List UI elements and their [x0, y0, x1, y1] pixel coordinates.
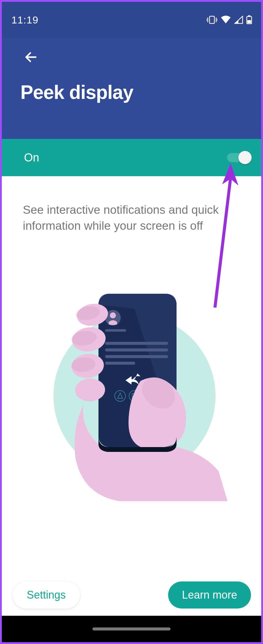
nav-home-pill[interactable] — [92, 627, 171, 630]
wifi-icon — [220, 16, 231, 24]
svg-rect-0 — [210, 16, 214, 23]
system-nav-bar — [2, 616, 261, 642]
learn-more-button[interactable]: Learn more — [168, 581, 251, 609]
page-title: Peek display — [20, 81, 261, 103]
content-body: See interactive notifications and quick … — [2, 176, 261, 616]
toggle-label: On — [24, 151, 39, 164]
settings-button[interactable]: Settings — [13, 581, 80, 609]
status-icons — [207, 15, 252, 24]
svg-rect-7 — [247, 20, 251, 23]
back-button[interactable] — [22, 48, 40, 66]
bottom-button-row: Settings Learn more — [2, 581, 261, 609]
svg-rect-16 — [105, 355, 168, 358]
svg-rect-14 — [105, 342, 168, 345]
header: Peek display — [2, 38, 261, 139]
signal-icon — [234, 16, 243, 24]
description-text: See interactive notifications and quick … — [23, 202, 240, 234]
arrow-left-icon — [24, 50, 38, 64]
vibrate-icon — [207, 16, 217, 24]
toggle-bar[interactable]: On — [2, 139, 261, 176]
toggle-switch[interactable] — [227, 151, 252, 164]
status-time: 11:19 — [11, 14, 38, 26]
svg-rect-17 — [105, 362, 135, 365]
svg-rect-6 — [248, 15, 250, 17]
svg-rect-13 — [105, 329, 126, 332]
svg-point-12 — [110, 312, 116, 318]
battery-icon — [246, 15, 252, 24]
svg-rect-15 — [105, 348, 168, 351]
illustration — [23, 285, 240, 501]
status-bar: 11:19 — [2, 2, 261, 38]
